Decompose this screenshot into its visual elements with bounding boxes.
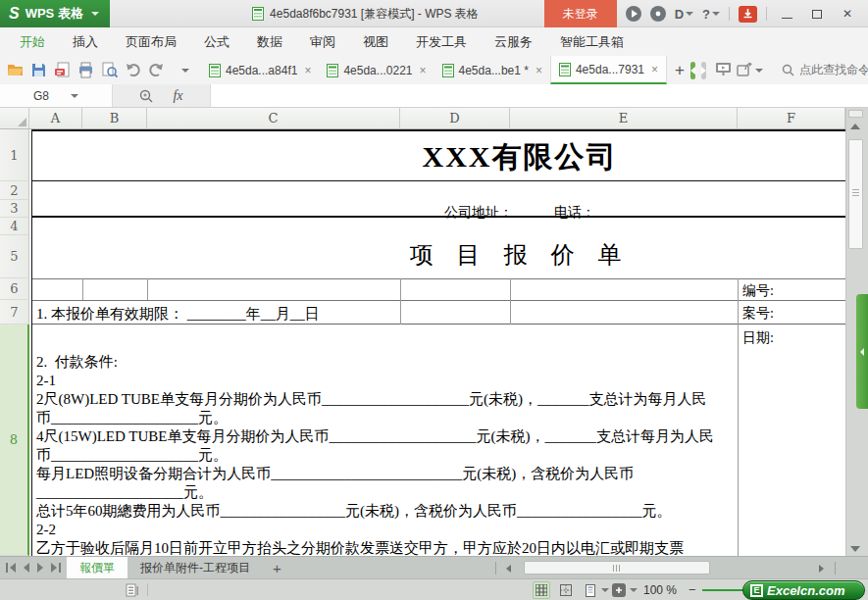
close-tab-icon[interactable]: × [304, 64, 311, 77]
sheet-tab-quotation[interactable]: 報價單 [67, 557, 128, 578]
scroll-tabs-left-button[interactable] [690, 62, 695, 79]
column-header-e[interactable]: E [510, 108, 738, 128]
down-arrow-glyph [743, 9, 752, 19]
chevron-down-icon[interactable] [601, 588, 609, 592]
menu-item-review[interactable]: 审阅 [296, 27, 349, 56]
normal-view-button[interactable] [533, 581, 550, 599]
column-header-f[interactable]: F [738, 108, 845, 128]
row-header-6[interactable]: 6 [0, 278, 29, 300]
row-header-3[interactable]: 3 [0, 200, 29, 218]
terms-line: 总计5年60期總费用为人民币_________________元(未税)，含税价… [36, 502, 735, 521]
fullscreen-view-button[interactable] [610, 581, 628, 599]
row-header-7[interactable]: 7 [0, 300, 29, 325]
excelcn-logo-mark: E [750, 584, 763, 597]
undo-icon[interactable] [125, 62, 141, 78]
scroll-up-arrow-icon[interactable] [850, 124, 860, 129]
split-handle[interactable] [848, 110, 863, 118]
login-button[interactable]: 未登录 [544, 0, 617, 27]
last-sheet-icon[interactable] [50, 563, 61, 573]
minimize-icon [782, 18, 792, 19]
horizontal-scroll-thumb[interactable] [524, 561, 710, 575]
chevron-down-icon[interactable] [755, 69, 763, 73]
close-button[interactable]: ✕ [837, 4, 858, 24]
menu-item-developer[interactable]: 开发工具 [402, 27, 481, 56]
print-preview-icon[interactable] [101, 62, 118, 78]
save-icon[interactable] [30, 62, 47, 78]
add-sheet-button[interactable]: + [263, 557, 291, 578]
row-header-8-active[interactable]: 8 [0, 325, 29, 556]
doc-tab-label: 4e5da...be1 * [459, 64, 529, 77]
case-label-cell: 案号: [742, 305, 774, 323]
doc-tab-2[interactable]: 4e5da...0221 × [319, 56, 434, 84]
spreadsheet-grid[interactable]: 1 2 3 4 5 6 7 8 XXX有限公司 公司地址： 电话： 项 目 报 … [0, 129, 868, 556]
selection-stats-icon[interactable] [126, 583, 139, 600]
next-sheet-icon[interactable] [36, 563, 44, 573]
column-header-a[interactable]: A [29, 108, 82, 128]
zoom-formula-icon[interactable] [139, 89, 153, 103]
page-layout-view-button[interactable] [582, 581, 599, 599]
menu-item-formulas[interactable]: 公式 [190, 27, 243, 56]
hscroll-right-arrow-icon[interactable] [819, 565, 824, 573]
formula-input[interactable] [211, 84, 868, 107]
menu-item-smart-toolbox[interactable]: 智能工具箱 [546, 27, 638, 56]
chevron-down-icon[interactable] [630, 588, 638, 592]
app-name-label: WPS 表格 [26, 5, 83, 23]
menu-item-data[interactable]: 数据 [243, 27, 296, 56]
menu-item-view[interactable]: 视图 [349, 27, 402, 56]
excelcn-logo-text: Excelcn.com [767, 583, 845, 598]
column-header-b[interactable]: B [82, 108, 147, 128]
menu-item-page-layout[interactable]: 页面布局 [112, 27, 190, 56]
help-menu[interactable]: ? [702, 7, 720, 22]
insert-function-button[interactable]: fx [173, 88, 182, 104]
export-pdf-icon[interactable] [54, 62, 71, 78]
menu-item-insert[interactable]: 插入 [59, 27, 112, 56]
page-break-view-button[interactable] [557, 581, 575, 599]
side-panel-pull-tab[interactable] [856, 294, 868, 409]
cell-border [400, 278, 401, 325]
command-search-box[interactable]: 点此查找命令 [782, 62, 868, 78]
cell-border [82, 278, 83, 300]
page-break-icon [560, 584, 572, 596]
print-icon[interactable] [77, 62, 94, 78]
menu-item-cloud[interactable]: 云服务 [481, 27, 546, 56]
share-icon[interactable] [737, 62, 753, 78]
hscroll-left-arrow-icon[interactable] [506, 565, 511, 573]
sheet-tab-attachment[interactable]: 报价单附件-工程项目 [128, 557, 263, 578]
redo-icon[interactable] [148, 62, 165, 78]
previous-sheet-icon[interactable] [23, 563, 30, 573]
select-all-corner[interactable] [0, 108, 29, 128]
docer-menu[interactable]: D [675, 7, 693, 22]
maximize-button[interactable] [806, 4, 828, 24]
settings-icon[interactable] [650, 6, 666, 22]
scroll-down-arrow-icon[interactable] [850, 546, 860, 552]
scroll-tabs-right-button[interactable] [701, 62, 706, 79]
row-header-4[interactable]: 4 [0, 218, 29, 235]
doc-tab-4-active[interactable]: 4e5da...7931 × [550, 56, 667, 84]
doc-tab-1[interactable]: 4e5da...a84f1 × [201, 56, 319, 84]
row-header-5[interactable]: 5 [0, 235, 29, 278]
vertical-scroll-thumb[interactable] [848, 139, 863, 249]
download-update-icon[interactable] [739, 6, 757, 23]
menu-item-home[interactable]: 开始 [6, 27, 59, 56]
row-header-1[interactable]: 1 [0, 129, 29, 181]
company-name-cell: XXX有限公司 [196, 137, 843, 177]
presentation-mode-icon[interactable] [715, 62, 732, 78]
open-file-icon[interactable] [7, 62, 24, 78]
first-sheet-icon[interactable] [6, 563, 17, 573]
skin-center-icon[interactable] [626, 6, 641, 22]
close-tab-icon[interactable]: × [536, 64, 542, 77]
wps-menu-button[interactable]: S WPS 表格 [0, 0, 110, 27]
column-header-d[interactable]: D [400, 108, 510, 128]
cell-name-box[interactable]: G8 [0, 84, 113, 107]
column-header-c[interactable]: C [147, 108, 400, 128]
new-document-button[interactable]: + [675, 61, 685, 80]
terms-line: 2尺(8W)LED TUBE单支每月分期价为人民币_______________… [36, 390, 735, 409]
doc-tab-3[interactable]: 4e5da...be1 * × [434, 56, 550, 84]
row-header-2[interactable]: 2 [0, 181, 29, 200]
close-tab-icon[interactable]: × [420, 64, 427, 77]
close-tab-icon[interactable]: × [651, 63, 658, 76]
thumb-grip [852, 189, 859, 190]
minimize-button[interactable] [776, 4, 797, 24]
toolbar-options-chevron-icon[interactable] [181, 69, 189, 73]
zoom-out-button[interactable]: − [689, 582, 696, 597]
